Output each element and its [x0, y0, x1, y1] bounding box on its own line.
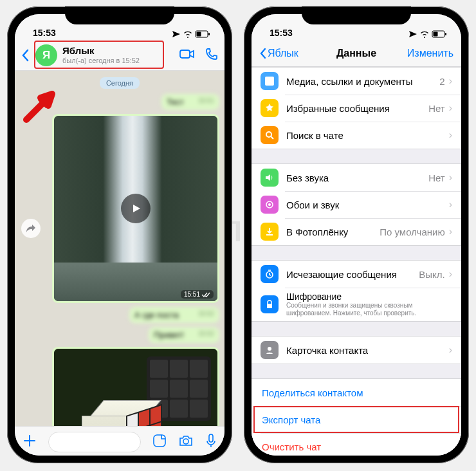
row-label: Поиск в чате [286, 130, 449, 141]
airplane-icon [172, 30, 181, 38]
text-message[interactable]: А где поста15:52 [129, 307, 219, 323]
notch [302, 6, 411, 24]
chevron-right-icon: › [449, 199, 452, 210]
voice-call-icon[interactable] [205, 48, 218, 63]
row-disappearing[interactable]: Исчезающие сообщения Выкл. › [252, 261, 461, 288]
camera-icon[interactable] [178, 434, 194, 450]
svg-point-16 [268, 347, 271, 351]
photos-icon [261, 72, 279, 90]
video-call-icon[interactable] [179, 48, 195, 62]
date-pill: Сегодня [100, 77, 140, 89]
row-wallpaper[interactable]: Обои и звук › [252, 191, 461, 218]
row-label: В Фотоплёнку [286, 226, 380, 237]
chevron-right-icon: › [449, 226, 452, 237]
wifi-icon [419, 30, 430, 38]
svg-rect-8 [434, 32, 438, 37]
row-label: Избранные сообщения [286, 103, 428, 114]
phone-left: 15:53 Я Яблык был(-а) сегодня в 15:52 [7, 6, 232, 463]
play-icon[interactable] [121, 194, 151, 223]
sticker-icon[interactable] [152, 434, 167, 450]
row-detail: 2 [439, 76, 444, 87]
chevron-right-icon: › [449, 268, 452, 280]
nav-back-button[interactable]: Яблык [259, 48, 298, 59]
row-clear-chat[interactable]: Очистить чат [252, 433, 461, 456]
contact-header-tap[interactable]: Я Яблык был(-а) сегодня в 15:52 [33, 43, 179, 68]
nav-bar: Яблык Данные Изменить [252, 40, 461, 67]
back-button[interactable] [21, 49, 33, 62]
settings-list[interactable]: Медиа, ссылки и документы 2 › Избранные … [252, 67, 461, 456]
row-media[interactable]: Медиа, ссылки и документы 2 › [252, 68, 461, 95]
row-label: Медиа, ссылки и документы [286, 76, 439, 87]
svg-point-5 [183, 439, 188, 444]
message-input[interactable] [48, 432, 141, 452]
contact-icon [261, 341, 279, 359]
row-label: Поделиться контактом [262, 387, 452, 398]
row-label: Исчезающие сообщения [286, 269, 419, 280]
airplane-icon [408, 30, 417, 38]
battery-icon [432, 30, 447, 38]
image-message[interactable]: GO 15:52 [52, 347, 219, 426]
cube-logo: GO [82, 416, 127, 426]
notch [65, 6, 174, 24]
row-label: Шифрование [286, 291, 452, 302]
row-subtitle: Сообщения и звонки защищены сквозным шиф… [286, 302, 452, 318]
row-mute[interactable]: Без звука Нет › [252, 164, 461, 191]
nav-edit-button[interactable]: Изменить [407, 48, 453, 59]
row-share-contact[interactable]: Поделиться контактом [252, 379, 461, 406]
contact-status: был(-а) сегодня в 15:52 [62, 57, 140, 64]
row-detail: По умолчанию [380, 226, 444, 237]
input-bar [15, 426, 224, 456]
download-icon [261, 223, 279, 241]
search-icon [261, 126, 279, 144]
status-time: 15:53 [270, 28, 293, 38]
svg-point-11 [266, 132, 271, 137]
row-detail: Выкл. [419, 269, 444, 280]
mic-icon[interactable] [205, 433, 217, 451]
phone-right: 15:53 Яблык Данные Изменить Медиа, ссылк… [244, 6, 469, 463]
text-message[interactable]: Тест15:51 [161, 94, 219, 110]
wallpaper-icon [261, 196, 279, 214]
speaker-icon [261, 169, 279, 187]
svg-rect-3 [180, 50, 190, 58]
text-message[interactable]: Привет!15:52 [149, 327, 219, 343]
chevron-right-icon: › [449, 129, 452, 141]
chevron-right-icon: › [449, 102, 452, 114]
chat-header: Я Яблык был(-а) сегодня в 15:52 [15, 40, 224, 71]
row-export-chat[interactable]: Экспорт чата [252, 406, 461, 433]
row-label: Карточка контакта [286, 345, 449, 356]
row-label: Экспорт чата [262, 414, 452, 425]
svg-point-13 [268, 203, 271, 206]
nav-title: Данные [336, 48, 376, 59]
chevron-right-icon: › [449, 75, 452, 87]
battery-icon [195, 30, 210, 38]
star-icon [261, 99, 279, 117]
row-detail: Нет [428, 103, 445, 114]
svg-rect-1 [197, 32, 201, 37]
row-save-to-photos[interactable]: В Фотоплёнку По умолчанию › [252, 218, 461, 245]
row-encryption[interactable]: Шифрование Сообщения и звонки защищены с… [252, 288, 461, 321]
red-arrow-annotation [20, 85, 65, 133]
video-message[interactable]: 15:51 [52, 114, 219, 303]
timer-icon [261, 265, 279, 283]
message-time: 15:51 [181, 290, 214, 299]
svg-rect-9 [445, 33, 446, 35]
row-label: Обои и звук [286, 199, 449, 210]
svg-rect-15 [267, 304, 272, 308]
svg-rect-4 [154, 435, 165, 447]
row-starred[interactable]: Избранные сообщения Нет › [252, 95, 461, 122]
plus-icon[interactable] [23, 434, 37, 450]
row-contact-card[interactable]: Карточка контакта › [252, 337, 461, 364]
chevron-right-icon: › [449, 172, 452, 183]
row-label: Без звука [286, 172, 428, 183]
row-label: Очистить чат [262, 441, 452, 452]
chevron-right-icon: › [449, 344, 452, 356]
row-detail: Нет [428, 172, 445, 183]
row-search[interactable]: Поиск в чате › [252, 122, 461, 149]
svg-rect-2 [208, 33, 210, 35]
lock-icon [261, 295, 279, 313]
svg-rect-10 [265, 77, 274, 86]
forward-icon[interactable] [21, 219, 41, 238]
avatar: Я [35, 44, 57, 66]
contact-name: Яблык [62, 46, 140, 57]
status-time: 15:53 [33, 28, 56, 38]
